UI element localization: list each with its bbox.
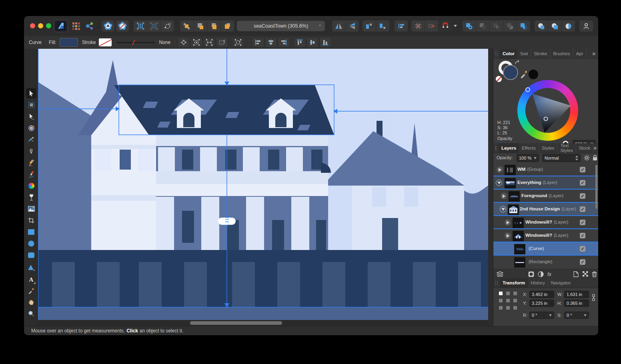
fill-mode-button[interactable] [562, 20, 575, 32]
pencil-tool[interactable] [26, 158, 36, 168]
tab-appearance[interactable]: Apr [573, 49, 587, 58]
h-input[interactable] [564, 300, 589, 307]
panel-menu-icon[interactable]: ≡ [593, 145, 597, 151]
tab-history[interactable]: History [528, 278, 548, 288]
tab-text-styles[interactable]: Text Styles [557, 143, 576, 153]
layer-row-curve-selected[interactable]: (Curve) ✓ [493, 242, 598, 256]
node-graph-button[interactable] [84, 20, 95, 32]
fill-color-well[interactable] [503, 65, 518, 80]
delete-layer-button[interactable] [590, 270, 598, 278]
snap-to-grid-button[interactable] [147, 20, 160, 32]
show-snapping-candidates-button[interactable] [190, 37, 202, 48]
close-button[interactable] [30, 23, 35, 28]
align-right-button[interactable] [278, 37, 290, 48]
rotate-counterclockwise-button[interactable] [363, 20, 376, 32]
transform-origin-button[interactable] [216, 37, 228, 48]
rotation-dropdown[interactable]: 0 ° [529, 312, 554, 319]
rectangle-tool[interactable] [26, 227, 36, 237]
layer-row-wm[interactable]: WM(Group) ✓ [493, 163, 598, 176]
vector-brush-tool[interactable] [26, 169, 36, 180]
artboard-tool[interactable] [26, 100, 36, 110]
boolean-subtract-button[interactable] [476, 20, 489, 32]
view-tool[interactable] [26, 297, 36, 308]
no-color-well[interactable] [496, 76, 502, 82]
rotate-clockwise-button[interactable] [376, 20, 389, 32]
align-center-button[interactable] [265, 37, 277, 48]
lock-icon[interactable] [593, 155, 597, 161]
separate-curves-button[interactable] [548, 20, 561, 32]
layer-visibility-checkbox[interactable]: ✓ [580, 180, 585, 186]
pixel-grid-colors-button[interactable] [70, 20, 82, 32]
boolean-intersect-button[interactable] [490, 20, 503, 32]
snap-to-midpoints-button[interactable] [203, 37, 215, 48]
new-pixel-layer-button[interactable] [581, 270, 589, 278]
boolean-combine-button[interactable] [517, 20, 530, 32]
snapping-options-caret[interactable] [453, 20, 458, 32]
stroke-width-slider[interactable] [116, 38, 155, 46]
layer-visibility-checkbox[interactable]: ✓ [580, 259, 585, 265]
panel-grip[interactable] [495, 281, 497, 285]
layer-effects-button[interactable]: fx [545, 270, 553, 278]
layer-row-windowsill-1[interactable]: Windowsill?(Layer) ✓ [493, 216, 598, 229]
layer-visibility-checkbox[interactable]: ✓ [580, 193, 585, 199]
panel-grip[interactable] [495, 52, 497, 56]
transparency-tool[interactable] [26, 192, 36, 202]
layer-visibility-checkbox[interactable]: ✓ [580, 167, 585, 172]
align-left-button[interactable] [252, 37, 264, 48]
tab-navigator[interactable]: Navigator [548, 278, 573, 288]
expand-icon[interactable] [501, 193, 507, 199]
minimize-button[interactable] [38, 23, 43, 28]
layer-row-rectangle[interactable]: (Rectangle) ✓ [493, 256, 598, 269]
anchor-center[interactable] [506, 299, 510, 302]
gear-icon[interactable] [584, 155, 590, 161]
zoom-window-button[interactable] [46, 23, 51, 28]
swap-colors-icon[interactable] [514, 60, 521, 66]
color-picker-icon[interactable] [520, 70, 528, 78]
saturation-triangle[interactable] [517, 80, 578, 141]
boolean-divide-button[interactable] [503, 20, 517, 32]
move-to-front-button[interactable] [180, 20, 193, 32]
expand-icon[interactable] [497, 166, 503, 173]
place-image-tool[interactable] [26, 204, 36, 214]
warp-group-button[interactable] [161, 20, 174, 32]
layer-row-foreground[interactable]: Foreground(Layer) ✓ [493, 190, 598, 203]
move-backward-button[interactable] [207, 20, 220, 32]
panel-menu-icon[interactable]: ≡ [592, 51, 595, 57]
app-logo-button[interactable] [54, 20, 67, 32]
ellipse-tool[interactable] [26, 238, 36, 249]
new-layer-button[interactable] [572, 270, 580, 278]
layer-row-2nd-house-design[interactable]: 2nd House Design(Layer) ✓ [493, 203, 598, 216]
alignment-button[interactable] [395, 20, 408, 32]
rounded-rectangle-tool[interactable] [26, 250, 36, 260]
layer-opacity-dropdown[interactable]: 100 % [517, 154, 539, 162]
link-dimensions-icon[interactable] [592, 293, 595, 304]
cycle-selection-box-button[interactable] [232, 37, 244, 48]
move-tool[interactable] [26, 88, 36, 98]
align-bottom-button[interactable] [319, 37, 331, 48]
w-input[interactable] [564, 291, 589, 298]
flip-vertical-button[interactable] [346, 20, 359, 32]
merge-curves-button[interactable] [535, 20, 548, 32]
shear-dropdown[interactable]: 0 ° [564, 312, 589, 319]
show-grid-button[interactable] [134, 20, 147, 32]
y-input[interactable] [529, 300, 554, 307]
tab-styles[interactable]: Styles [539, 143, 557, 153]
tab-swatches[interactable]: Swt [517, 49, 531, 58]
layers-scrollbar[interactable] [595, 165, 597, 209]
expand-icon[interactable] [505, 219, 511, 226]
anchor-middle-left[interactable] [499, 299, 503, 302]
picked-color-swatch[interactable] [529, 70, 538, 79]
anchor-top-center[interactable] [506, 292, 510, 295]
artistic-text-tool[interactable]: A [26, 274, 36, 285]
pen-tool[interactable] [26, 146, 36, 156]
stroke-swatch[interactable] [99, 38, 112, 46]
layer-stack-button[interactable] [496, 270, 504, 278]
layer-row-everything[interactable]: Everything(Layer) ✓ [493, 176, 598, 190]
tab-brushes[interactable]: Brushes [550, 49, 573, 58]
anchor-selector[interactable] [499, 292, 517, 310]
collapse-icon[interactable] [500, 206, 506, 212]
mask-layer-button[interactable] [527, 270, 535, 278]
tab-layers[interactable]: Layers [499, 143, 519, 153]
tab-color[interactable]: Color [500, 49, 517, 58]
layer-visibility-checkbox[interactable]: ✓ [580, 206, 585, 212]
